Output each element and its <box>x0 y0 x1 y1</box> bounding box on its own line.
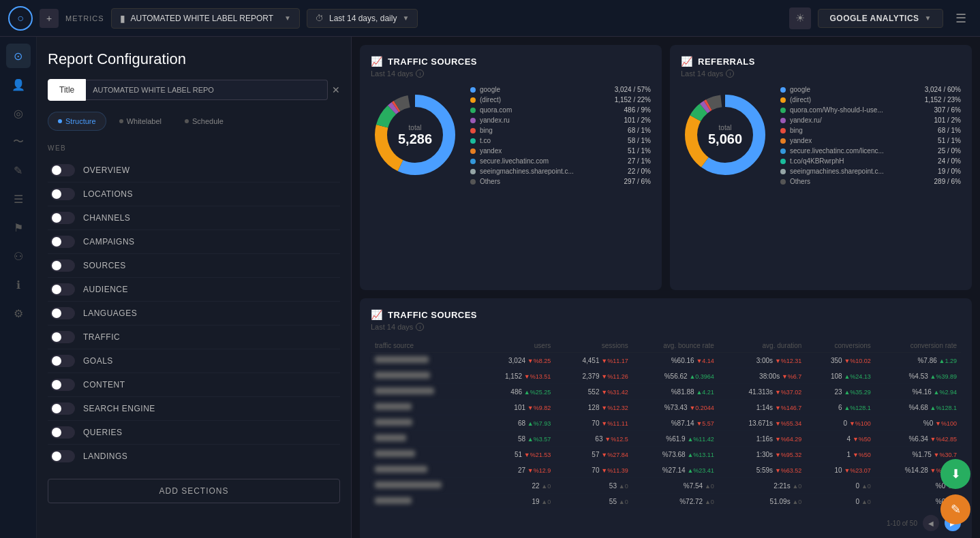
chevron-down-icon: ▼ <box>402 14 409 22</box>
metric-cell: 55 ▲0 <box>555 494 632 509</box>
icon-bar-analytics[interactable]: 〜 <box>6 129 31 154</box>
metric-cell: %81.88 ▲4.21 <box>632 384 718 400</box>
legend-value: 1,152 / 23% <box>925 96 961 104</box>
toggle-audience[interactable] <box>50 283 75 296</box>
toggle-languages[interactable] <box>50 307 75 319</box>
legend-name: quora.com/Why-should-I-use... <box>790 106 930 114</box>
icon-bar-edit[interactable]: ✎ <box>6 158 31 183</box>
close-icon[interactable]: ✕ <box>332 84 340 95</box>
info-icon: i <box>726 69 734 78</box>
tab-whitelabel[interactable]: Whitelabel <box>109 112 172 131</box>
toggle-landings[interactable] <box>50 450 75 462</box>
theme-toggle[interactable]: ☀ <box>789 7 811 29</box>
legend-name: secure.livechatinc.com/licenc... <box>790 147 934 155</box>
metric-cell: %73.68 ▲%13.11 <box>632 447 718 462</box>
icon-bar-users[interactable]: 👤 <box>6 72 31 97</box>
legend-value: 25 / 0% <box>938 147 961 155</box>
legend-dot <box>780 128 786 133</box>
legend-item: bing 68 / 1% <box>470 127 651 134</box>
card-header: 📈 REFERRALS <box>681 56 961 67</box>
tab-schedule[interactable]: Schedule <box>174 112 234 131</box>
legend-name: bing <box>790 127 934 134</box>
referrals-title: REFERRALS <box>698 57 755 67</box>
card-header: 📈 TRAFFIC SOURCES <box>371 309 961 320</box>
edit-button[interactable]: ✎ <box>940 494 970 524</box>
legend-dot <box>780 87 786 93</box>
toggle-sources[interactable] <box>50 259 75 272</box>
legend-value: 68 / 1% <box>938 127 961 134</box>
card-subtitle: Last 14 days i <box>371 69 651 78</box>
metric-cell: 70 ▼%11.11 <box>555 415 632 431</box>
new-button[interactable]: + <box>40 9 59 28</box>
toggle-overview[interactable] <box>50 164 75 176</box>
toggle-row-goals: GOALS <box>48 349 340 373</box>
icon-bar-list[interactable]: ☰ <box>6 187 31 211</box>
card-subtitle: Last 14 days i <box>371 323 961 331</box>
metric-cell: 1,152 ▼%13.51 <box>478 368 555 384</box>
prev-page-button[interactable]: ◀ <box>923 515 939 531</box>
metric-cell: %61.9 ▲%11.42 <box>632 431 718 447</box>
legend-value: 68 / 1% <box>628 127 651 134</box>
metric-cell: 0 ▲0 <box>806 478 874 494</box>
toggle-content[interactable] <box>50 379 75 391</box>
sidebar-title: Report Configuration <box>48 50 340 68</box>
legend-dot <box>780 148 786 154</box>
legend-name: yandex.ru <box>480 116 620 124</box>
menu-button[interactable]: ☰ <box>950 7 972 29</box>
legend-dot <box>470 128 476 133</box>
metric-cell: %27.14 ▲%23.41 <box>632 462 718 478</box>
main-content: 📈 TRAFFIC SOURCES Last 14 days i <box>352 37 980 538</box>
metric-cell: 51 ▼%21.53 <box>478 447 555 462</box>
tab-dot <box>58 119 62 123</box>
legend-value: 51 / 1% <box>628 147 651 155</box>
legend-dot <box>470 97 476 103</box>
toggle-locations[interactable] <box>50 188 75 200</box>
toggle-channels[interactable] <box>50 212 75 224</box>
icon-bar-info[interactable]: ℹ <box>6 272 31 297</box>
toggle-label: OVERVIEW <box>83 165 129 175</box>
metric-cell: %56.62 ▲0.3964 <box>632 368 718 384</box>
add-sections-button[interactable]: ADD SECTIONS <box>48 479 340 503</box>
toggle-campaigns[interactable] <box>50 236 75 248</box>
date-selector[interactable]: ⏱ Last 14 days, daily ▼ <box>307 9 418 28</box>
column-header: avg. bounce rate <box>632 339 718 353</box>
analytics-selector[interactable]: GOOGLE ANALYTICS ▼ <box>818 9 943 28</box>
toggle-label: QUERIES <box>83 428 123 437</box>
metric-cell: 63 ▼%12.5 <box>555 431 632 447</box>
legend-item: (direct) 1,152 / 23% <box>780 96 961 104</box>
logo-icon[interactable]: ○ <box>8 6 33 31</box>
icon-bar-home[interactable]: ⊙ <box>6 44 31 68</box>
icon-bar-flag[interactable]: ⚑ <box>6 215 31 240</box>
icon-bar-settings[interactable]: ⚙ <box>6 301 31 326</box>
toggle-row-audience: AUDIENCE <box>48 278 340 302</box>
source-name <box>371 400 478 415</box>
metric-cell: 27 ▼%12.9 <box>478 462 555 478</box>
document-icon: ▮ <box>120 13 125 24</box>
metric-cell: 10 ▼%23.07 <box>806 462 874 478</box>
icon-bar-person[interactable]: ⚇ <box>6 244 31 268</box>
toggle-search-engine[interactable] <box>50 402 75 415</box>
report-selector[interactable]: ▮ AUTOMATED WHITE LABEL REPORT ▼ <box>111 8 301 29</box>
section-web-label: WEB <box>48 144 340 152</box>
legend-item: yandex.ru 101 / 2% <box>470 116 651 124</box>
table-row: 1,152 ▼%13.512,379 ▼%11.26%56.62 ▲0.3964… <box>371 368 961 384</box>
analytics-label: GOOGLE ANALYTICS <box>829 14 919 23</box>
toggle-label: CONTENT <box>83 380 125 390</box>
toggle-label: TRAFFIC <box>83 332 120 342</box>
title-tab[interactable]: Title <box>48 79 86 101</box>
legend-name: yandex <box>790 137 934 144</box>
table-row: 3,024 ▼%8.254,451 ▼%11.17%60.16 ▼4.143:0… <box>371 353 961 368</box>
title-input[interactable]: AUTOMATED WHITE LABEL REPO <box>86 80 328 100</box>
toggle-goals[interactable] <box>50 355 75 367</box>
icon-bar-chart[interactable]: ◎ <box>6 101 31 125</box>
toggle-traffic[interactable] <box>50 331 75 343</box>
card-header: 📈 TRAFFIC SOURCES <box>371 56 651 67</box>
metric-cell: 51.09s ▲0 <box>718 494 806 509</box>
report-name: AUTOMATED WHITE LABEL REPORT <box>131 14 274 23</box>
metric-cell: %1.75 ▼%30.7 <box>875 447 961 462</box>
legend-name: t.co/q4KBRwrphH <box>790 157 934 165</box>
download-button[interactable]: ⬇ <box>940 459 970 489</box>
toggle-queries[interactable] <box>50 426 75 439</box>
legend-item: yandex 51 / 1% <box>470 147 651 155</box>
tab-structure[interactable]: Structure <box>48 112 106 131</box>
